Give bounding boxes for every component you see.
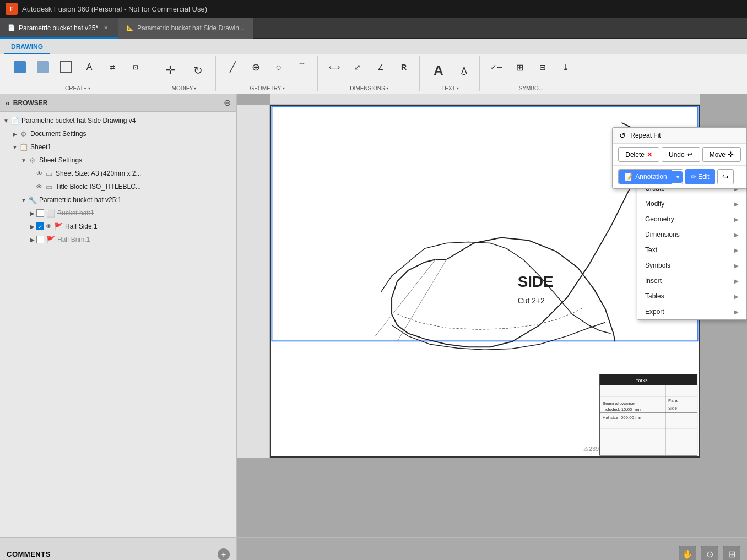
tree-arrow-para-v25[interactable]: ▼ (20, 196, 28, 204)
tree-item-half-brim[interactable]: ▶ 🚩 Half Brim:1 (0, 233, 236, 246)
tab-main[interactable]: 📄 Parametric bucket hat v25* ✕ (0, 18, 118, 39)
ruler-vertical (237, 105, 270, 458)
tool-symbol-surface[interactable]: ✓─ (485, 56, 507, 78)
tree-root-label: Parametric bucket hat Side Drawing v4 (21, 117, 136, 124)
delete-button[interactable]: Delete ✕ (618, 147, 659, 162)
repeat-fit-item[interactable]: ↺ Repeat Fit (613, 128, 746, 144)
annotation-icon: 📝 (624, 173, 633, 181)
tool-base-view[interactable] (9, 56, 31, 78)
annotation-dropdown[interactable]: ▾ (673, 171, 683, 183)
tool-arc[interactable]: ⌒ (291, 56, 313, 78)
app-icon: F (6, 3, 18, 15)
ctx-modify-label: Modify (645, 200, 730, 208)
tool-table[interactable]: ⊟ (532, 56, 554, 78)
tree-arrow-sheet-settings[interactable]: ▼ (20, 156, 28, 164)
main-area: « BROWSER ⊖ ▼ 📄 Parametric bucket hat Si… (0, 94, 747, 537)
tree-eye-half-side[interactable]: 👁 (46, 223, 52, 230)
annotation-button[interactable]: 📝 Annotation (619, 170, 672, 184)
tree-check-half-brim[interactable] (36, 236, 44, 243)
browser-close[interactable]: ⊖ (224, 97, 231, 108)
tree-check-bucket-hat[interactable] (36, 209, 44, 217)
tree-arrow-half-side[interactable]: ▶ (29, 222, 36, 230)
zoom-window-button[interactable]: ⊞ (723, 546, 740, 561)
ctx-dimensions[interactable]: Dimensions ▶ (637, 227, 746, 242)
ctx-geometry[interactable]: Geometry ▶ (637, 211, 746, 227)
ctx-symbols-arrow: ▶ (734, 263, 739, 269)
tree-item-half-side[interactable]: ▶ ✓ 👁 🚩 Half Side:1 (0, 220, 236, 233)
move-button[interactable]: Move ✛ (702, 147, 741, 162)
svg-text:Side: Side (668, 406, 677, 411)
edit-button[interactable]: ✏ Edit (685, 169, 715, 184)
tool-circle[interactable]: ○ (268, 56, 290, 78)
zoom-fit-button[interactable]: ⊙ (701, 546, 718, 561)
dimensions-label: DIMENSIONS ▾ (350, 85, 388, 91)
svg-text:Seam allowance: Seam allowance (603, 401, 635, 406)
add-comment-button[interactable]: + (218, 548, 230, 561)
ctx-modify[interactable]: Modify ▶ (637, 196, 746, 211)
tool-breakout-view[interactable]: ⊡ (124, 56, 147, 78)
ctx-export[interactable]: Export ▶ (637, 304, 746, 319)
tree-label-sheet1: Sheet1 (30, 143, 51, 151)
tool-move[interactable]: ✛ (157, 56, 183, 85)
tool-dim-radial[interactable]: R (393, 56, 415, 78)
ctx-dimensions-label: Dimensions (645, 231, 730, 238)
tool-text[interactable]: A (425, 56, 452, 85)
ruler-horizontal: /* ruler ticks */ (270, 94, 700, 105)
tab-close-main[interactable]: ✕ (101, 24, 110, 32)
ctx-tables-label: Tables (645, 292, 730, 300)
tree-label-para-v25: Parametric bucket hat v25:1 (39, 196, 121, 204)
tool-import[interactable]: ⤓ (555, 56, 577, 78)
tool-dim-linear[interactable]: ⟺ (323, 56, 345, 78)
tree-icon-bucket-hat: ⬜ (46, 208, 56, 218)
tree-arrow-doc[interactable]: ▶ (11, 130, 19, 138)
tree-arrow-bucket-hat[interactable]: ▶ (29, 209, 36, 217)
redo-button[interactable]: ↪ (717, 169, 734, 184)
tree-label-doc: Document Settings (30, 130, 86, 138)
tree-root-arrow[interactable]: ▼ (2, 117, 10, 124)
tool-dim-angular[interactable]: ∠ (370, 56, 392, 78)
ctx-insert-label: Insert (645, 277, 730, 285)
tool-symbol-weld[interactable]: ⊞ (508, 56, 531, 78)
tool-group-text: A A̱ TEXT ▾ (421, 56, 480, 91)
pan-button[interactable]: ✋ (679, 546, 696, 561)
svg-text:SIDE: SIDE (518, 273, 554, 290)
tree-icon-half-side: 🚩 (53, 221, 63, 231)
tree-item-para-v25[interactable]: ▼ 🔧 Parametric bucket hat v25:1 (0, 193, 236, 206)
ctx-symbols[interactable]: Symbols ▶ (637, 258, 746, 273)
ctx-text-label: Text (645, 246, 730, 254)
tool-detail-view[interactable]: A (78, 56, 100, 78)
toolbar-tab-drawing[interactable]: DRAWING (4, 41, 50, 54)
tree-item-title-block[interactable]: ▶ 👁 ▭ Title Block: ISO_TITLEBLC... (0, 180, 236, 193)
ctx-action-row: Delete ✕ Undo ↩ Move ✛ (613, 144, 746, 166)
tree-arrow-sheet1[interactable]: ▼ (11, 143, 19, 151)
tab-drawing[interactable]: 📐 Parametric bucket hat Side Drawin... (118, 18, 253, 39)
tree-eye-sheet-size[interactable]: 👁 (36, 170, 42, 177)
tree-item-sheet-settings[interactable]: ▼ ⚙ Sheet Settings (0, 154, 236, 167)
tool-dim-aligned[interactable]: ⤢ (347, 56, 369, 78)
ctx-text[interactable]: Text ▶ (637, 242, 746, 258)
geometry-tools-row: ╱ ⊕ ○ ⌒ (221, 56, 313, 78)
canvas-area[interactable]: /* ruler ticks */ (237, 94, 747, 537)
undo-label: Undo (669, 151, 685, 159)
tool-center-mark[interactable]: ⊕ (245, 56, 267, 78)
tree-item-sheet-size[interactable]: ▶ 👁 ▭ Sheet Size: A3 (420mm x 2... (0, 167, 236, 180)
tool-projected-view[interactable] (32, 56, 54, 78)
undo-button[interactable]: Undo ↩ (662, 147, 700, 162)
tool-line[interactable]: ╱ (221, 56, 243, 78)
tree-arrow-half-brim[interactable]: ▶ (29, 236, 36, 243)
tree-root[interactable]: ▼ 📄 Parametric bucket hat Side Drawing v… (0, 114, 236, 127)
tool-break-view[interactable]: ⇄ (101, 56, 123, 78)
move-label: Move (710, 151, 726, 159)
ctx-insert[interactable]: Insert ▶ (637, 273, 746, 289)
tree-check-half-side[interactable]: ✓ (36, 222, 44, 230)
ctx-tables[interactable]: Tables ▶ (637, 289, 746, 304)
ctx-text-arrow: ▶ (734, 247, 739, 253)
tool-rotate[interactable]: ↻ (185, 56, 211, 85)
tool-text-leader[interactable]: A̱ (453, 59, 475, 81)
tree-item-bucket-hat[interactable]: ▶ ⬜ Bucket hat:1 (0, 206, 236, 220)
tree-eye-title-block[interactable]: 👁 (36, 183, 42, 190)
tree-item-doc-settings[interactable]: ▶ ⚙ Document Settings (0, 127, 236, 140)
tab-bar: 📄 Parametric bucket hat v25* ✕ 📐 Paramet… (0, 18, 747, 39)
tree-item-sheet1[interactable]: ▼ 📋 Sheet1 (0, 140, 236, 154)
tool-section-view[interactable] (55, 56, 77, 78)
